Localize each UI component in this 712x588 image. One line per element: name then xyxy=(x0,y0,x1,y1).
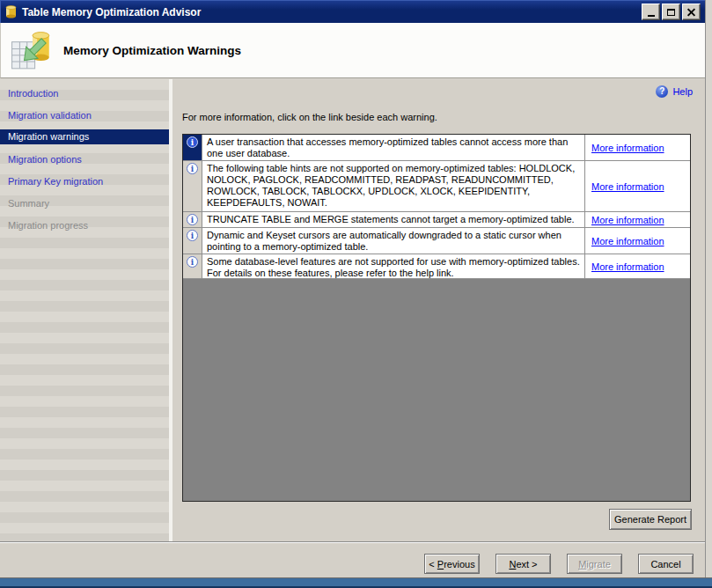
migrate-button: Migrate xyxy=(567,554,622,574)
footer-button-bar: < Previous Next > Migrate Cancel xyxy=(0,543,705,577)
warnings-grid: i A user transaction that accesses memor… xyxy=(182,134,691,502)
warning-text: Dynamic and Keyset cursors are automatic… xyxy=(202,228,584,254)
warning-row[interactable]: i Some database-level features are not s… xyxy=(183,254,690,279)
table-memory-optimization-icon xyxy=(11,28,55,72)
info-icon: i xyxy=(187,163,198,174)
help-link[interactable]: ? Help xyxy=(656,85,693,98)
help-label: Help xyxy=(672,86,693,97)
cancel-button[interactable]: Cancel xyxy=(638,554,694,574)
info-icon: i xyxy=(187,230,198,241)
sidebar-item-primary-key-migration[interactable]: Primary Key migration xyxy=(0,174,169,189)
info-icon: i xyxy=(187,256,198,268)
help-icon: ? xyxy=(656,85,668,98)
warning-link-cell: More information xyxy=(584,161,690,211)
warning-text: The following table hints are not suppor… xyxy=(202,161,584,211)
warning-row[interactable]: i TRUNCATE TABLE and MERGE statements ca… xyxy=(183,212,690,228)
warning-link-cell: More information xyxy=(584,228,690,254)
sidebar-item-migration-validation[interactable]: Migration validation xyxy=(0,108,169,123)
sidebar-item-migration-progress: Migration progress xyxy=(0,218,169,233)
row-header-cell[interactable]: i xyxy=(183,254,202,278)
info-icon: i xyxy=(187,214,198,225)
wizard-steps-sidebar: Introduction Migration validation Migrat… xyxy=(0,79,169,541)
sidebar-item-migration-warnings[interactable]: Migration warnings xyxy=(0,129,169,144)
window-right-edge xyxy=(705,0,712,577)
more-information-link[interactable]: More information xyxy=(591,143,664,153)
close-icon[interactable] xyxy=(682,4,701,20)
row-header-cell[interactable]: i xyxy=(183,135,202,160)
wizard-body: Introduction Migration validation Migrat… xyxy=(0,79,705,541)
wizard-window: Table Memory Optimization Advisor Memory… xyxy=(0,0,712,588)
warning-row[interactable]: i The following table hints are not supp… xyxy=(183,161,690,212)
content-pane: ? Help For more information, click on th… xyxy=(172,79,705,541)
instruction-text: For more information, click on the link … xyxy=(182,112,437,122)
maximize-icon[interactable] xyxy=(662,4,680,20)
warning-text: TRUNCATE TABLE and MERGE statements cann… xyxy=(202,212,584,227)
sidebar-item-summary: Summary xyxy=(0,196,169,211)
more-information-link[interactable]: More information xyxy=(591,215,664,225)
warning-text: Some database-level features are not sup… xyxy=(202,254,584,278)
sidebar-item-introduction[interactable]: Introduction xyxy=(0,86,169,101)
minimize-icon[interactable] xyxy=(642,4,660,20)
generate-report-button[interactable]: Generate Report xyxy=(609,509,692,530)
window-controls xyxy=(642,4,701,20)
info-icon: i xyxy=(187,136,198,148)
database-icon xyxy=(5,5,17,18)
page-header: Memory Optimization Warnings xyxy=(0,23,705,78)
next-button[interactable]: Next > xyxy=(495,554,551,574)
warning-row[interactable]: i Dynamic and Keyset cursors are automat… xyxy=(183,228,690,254)
sidebar-item-migration-options[interactable]: Migration options xyxy=(0,152,169,167)
more-information-link[interactable]: More information xyxy=(591,236,664,246)
row-header-cell[interactable]: i xyxy=(183,161,202,211)
titlebar[interactable]: Table Memory Optimization Advisor xyxy=(0,0,705,23)
warning-link-cell: More information xyxy=(584,254,690,278)
window-title: Table Memory Optimization Advisor xyxy=(22,6,201,18)
previous-button[interactable]: < Previous xyxy=(424,554,480,574)
warning-link-cell: More information xyxy=(584,135,690,160)
row-header-cell[interactable]: i xyxy=(183,212,202,227)
window-bottom-border xyxy=(0,577,712,588)
page-title: Memory Optimization Warnings xyxy=(63,44,241,57)
warning-text: A user transaction that accesses memory-… xyxy=(202,135,584,160)
row-header-cell[interactable]: i xyxy=(183,228,202,254)
more-information-link[interactable]: More information xyxy=(591,261,664,272)
more-information-link[interactable]: More information xyxy=(591,181,664,192)
warning-link-cell: More information xyxy=(584,212,690,227)
warning-row[interactable]: i A user transaction that accesses memor… xyxy=(183,135,690,161)
